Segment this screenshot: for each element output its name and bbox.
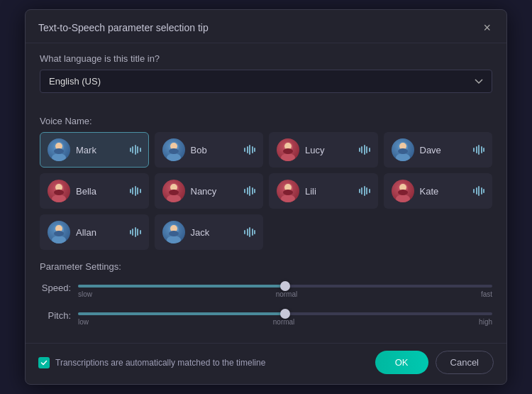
avatar-dave xyxy=(392,138,414,161)
svg-point-17 xyxy=(52,195,66,202)
pitch-max-label: high xyxy=(479,318,492,326)
voice-wave-nancy[interactable] xyxy=(244,186,255,196)
avatar-kate xyxy=(392,180,414,202)
svg-point-11 xyxy=(283,148,293,154)
svg-point-35 xyxy=(54,231,64,236)
language-select-wrapper: English (US) English (UK) Spanish French… xyxy=(40,70,492,104)
voice-card-bella[interactable]: Bella xyxy=(40,173,149,209)
pitch-slider-container: low normal high xyxy=(78,305,492,326)
voice-name-bella: Bella xyxy=(76,186,124,197)
language-select[interactable]: English (US) English (UK) Spanish French… xyxy=(40,70,492,93)
language-label: What language is this title in? xyxy=(40,53,492,64)
voice-name-allan: Allan xyxy=(76,227,124,238)
speed-slider-labels: slow normal fast xyxy=(78,290,492,298)
svg-point-19 xyxy=(54,190,64,195)
speed-slider-track[interactable] xyxy=(78,285,492,288)
parameters-section: Parameter Settings: Speed: slow normal f… xyxy=(40,261,492,326)
svg-point-31 xyxy=(398,190,408,195)
voice-name-lucy: Lucy xyxy=(305,145,353,155)
parameters-label: Parameter Settings: xyxy=(40,261,492,272)
checkbox-area[interactable]: Transcriptions are automatically matched… xyxy=(38,357,265,368)
avatar-bob xyxy=(162,138,185,161)
avatar-bella xyxy=(48,180,70,202)
svg-point-1 xyxy=(52,153,66,161)
speed-slider-container: slow normal fast xyxy=(78,278,492,298)
dialog-header: Text-to-Speech parameter selection tip × xyxy=(26,10,506,43)
pitch-mid-label: normal xyxy=(273,318,295,326)
speed-slider-fill xyxy=(78,285,285,288)
speed-slider-thumb[interactable] xyxy=(280,281,290,291)
svg-point-27 xyxy=(283,190,293,195)
voice-card-mark[interactable]: Mark xyxy=(40,132,149,168)
pitch-slider-track[interactable] xyxy=(78,312,492,315)
speed-min-label: slow xyxy=(78,290,92,298)
svg-point-23 xyxy=(169,190,179,195)
svg-point-9 xyxy=(281,153,295,161)
voice-wave-bella[interactable] xyxy=(130,186,141,196)
voice-name-jack: Jack xyxy=(191,227,239,238)
voice-label: Voice Name: xyxy=(40,116,492,126)
voice-name-nancy: Nancy xyxy=(191,186,239,197)
voice-card-kate[interactable]: Kate xyxy=(384,173,493,209)
dialog-footer: Transcriptions are automatically matched… xyxy=(26,343,506,384)
svg-point-33 xyxy=(52,236,66,243)
speed-row: Speed: slow normal fast xyxy=(40,278,492,298)
svg-point-15 xyxy=(398,148,408,154)
close-button[interactable]: × xyxy=(480,20,494,35)
avatar-lili xyxy=(277,180,299,202)
svg-point-37 xyxy=(167,236,181,243)
avatar-mark xyxy=(48,138,70,161)
svg-point-3 xyxy=(54,148,64,154)
pitch-slider-thumb[interactable] xyxy=(280,309,290,319)
voice-card-dave[interactable]: Dave xyxy=(384,132,493,168)
voice-card-lili[interactable]: Lili xyxy=(269,173,378,209)
voice-card-nancy[interactable]: Nancy xyxy=(155,173,264,209)
svg-point-39 xyxy=(169,231,179,236)
speed-label: Speed: xyxy=(40,283,71,293)
tts-dialog: Text-to-Speech parameter selection tip ×… xyxy=(25,9,507,385)
avatar-jack xyxy=(162,221,185,243)
voice-wave-kate[interactable] xyxy=(473,186,484,196)
svg-point-7 xyxy=(169,148,179,154)
dialog-body: What language is this title in? English … xyxy=(26,43,506,343)
avatar-lucy xyxy=(277,138,299,161)
svg-point-21 xyxy=(167,195,181,202)
voice-wave-bob[interactable] xyxy=(244,145,255,155)
svg-point-5 xyxy=(167,153,181,161)
voice-name-bob: Bob xyxy=(191,145,239,155)
avatar-nancy xyxy=(162,180,185,202)
auto-match-checkbox[interactable] xyxy=(38,357,50,368)
svg-point-25 xyxy=(281,195,295,202)
pitch-slider-labels: low normal high xyxy=(78,318,492,326)
speed-mid-label: normal xyxy=(276,290,298,298)
voice-name-dave: Dave xyxy=(420,145,468,155)
pitch-slider-fill xyxy=(78,312,285,315)
footer-buttons: OK Cancel xyxy=(375,351,494,374)
cancel-button[interactable]: Cancel xyxy=(436,351,494,374)
pitch-label: Pitch: xyxy=(40,310,71,321)
avatar-allan xyxy=(48,221,70,243)
voice-name-lili: Lili xyxy=(305,186,353,197)
dialog-title: Text-to-Speech parameter selection tip xyxy=(38,22,209,33)
voice-wave-lucy[interactable] xyxy=(359,145,370,155)
voice-card-lucy[interactable]: Lucy xyxy=(269,132,378,168)
checkbox-label: Transcriptions are automatically matched… xyxy=(55,358,265,368)
voice-name-kate: Kate xyxy=(420,186,468,197)
voice-grid: Mark Bob Lucy xyxy=(40,132,492,250)
svg-point-29 xyxy=(396,195,410,202)
voice-card-jack[interactable]: Jack xyxy=(155,214,264,250)
svg-point-13 xyxy=(396,153,410,161)
voice-wave-jack[interactable] xyxy=(244,227,255,237)
voice-wave-mark[interactable] xyxy=(130,145,141,155)
ok-button[interactable]: OK xyxy=(375,351,428,374)
voice-wave-lili[interactable] xyxy=(359,186,370,196)
voice-card-allan[interactable]: Allan xyxy=(40,214,149,250)
voice-wave-dave[interactable] xyxy=(473,145,484,155)
voice-name-mark: Mark xyxy=(76,145,124,155)
speed-max-label: fast xyxy=(481,290,492,298)
voice-card-bob[interactable]: Bob xyxy=(155,132,264,168)
pitch-min-label: low xyxy=(78,318,89,326)
voice-wave-allan[interactable] xyxy=(130,227,141,237)
pitch-row: Pitch: low normal high xyxy=(40,305,492,326)
